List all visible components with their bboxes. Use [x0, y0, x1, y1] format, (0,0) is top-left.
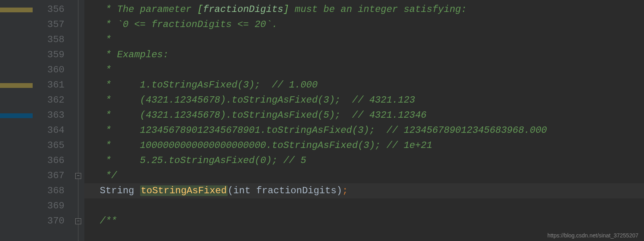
fold-guide-line — [78, 0, 78, 241]
code-line[interactable]: String toStringAsFixed(int fractionDigit… — [84, 183, 644, 198]
code-token: [ — [197, 4, 203, 15]
code-line[interactable]: * 1000000000000000000000.toStringAsFixed… — [84, 138, 644, 153]
code-token: int — [233, 185, 256, 196]
code-token: * 1.toStringAsFixed(3); // 1.000 — [88, 80, 318, 90]
code-line[interactable]: * (4321.12345678).toStringAsFixed(3); //… — [84, 93, 644, 108]
line-number: 366 — [33, 153, 64, 168]
line-number: 367 — [33, 168, 64, 183]
code-token: must be an integer satisfying: — [289, 4, 466, 15]
code-token: * Examples: — [88, 49, 169, 60]
code-token: ; — [342, 185, 348, 196]
line-number: 358 — [33, 32, 64, 47]
code-line[interactable] — [84, 198, 644, 214]
code-token: * The parameter — [88, 4, 197, 15]
line-number: 359 — [33, 47, 64, 62]
code-token: * 123456789012345678901.toStringAsFixed(… — [88, 125, 547, 136]
code-token: * (4321.12345678).toStringAsFixed(3); //… — [88, 95, 415, 105]
code-line[interactable]: * 123456789012345678901.toStringAsFixed(… — [84, 123, 644, 138]
code-token: */ — [88, 170, 117, 181]
line-number: 368 — [33, 183, 64, 198]
code-line[interactable]: * `0 <= fractionDigits <= 20`. — [84, 17, 644, 32]
line-number: 370 — [33, 214, 64, 229]
code-token: ] — [283, 4, 289, 15]
code-line[interactable]: * The parameter [fractionDigits] must be… — [84, 2, 644, 17]
code-token: * 1000000000000000000000.toStringAsFixed… — [88, 140, 432, 151]
code-line[interactable]: * (4321.12345678).toStringAsFixed(5); //… — [84, 108, 644, 123]
line-number: 362 — [33, 93, 64, 108]
code-line[interactable]: * 1.toStringAsFixed(3); // 1.000 — [84, 78, 644, 93]
fold-start-icon[interactable]: − — [75, 218, 81, 224]
code-token: ( — [228, 185, 233, 196]
code-token: * (4321.12345678).toStringAsFixed(5); //… — [88, 110, 427, 120]
code-line[interactable]: * — [84, 32, 644, 47]
code-line[interactable]: * — [84, 62, 644, 78]
code-token: toStringAsFixed — [140, 185, 228, 196]
code-token: fractionDigits — [203, 4, 283, 15]
line-number: 369 — [33, 198, 64, 214]
code-line[interactable]: * Examples: — [84, 47, 644, 62]
fold-strip: −− — [72, 0, 84, 241]
line-number: 365 — [33, 138, 64, 153]
line-number-gutter: 3563573583593603613623633643653663673683… — [33, 0, 72, 241]
code-token: * `0 <= fractionDigits <= 20`. — [88, 19, 277, 30]
code-token: ) — [336, 185, 342, 196]
code-editor[interactable]: 3563573583593603613623633643653663673683… — [0, 0, 644, 241]
line-number: 361 — [33, 78, 64, 93]
change-marker — [0, 113, 33, 118]
code-token: fractionDigits — [256, 185, 337, 196]
change-marker — [0, 8, 33, 12]
code-token: String — [88, 185, 140, 196]
line-number: 356 — [33, 2, 64, 17]
code-line[interactable]: /** — [84, 214, 644, 229]
line-number: 364 — [33, 123, 64, 138]
code-token: * 5.25.toStringAsFixed(0); // 5 — [88, 155, 306, 166]
code-token: * — [88, 34, 111, 45]
watermark-text: https://blog.csdn.net/sinat_37255207 — [547, 232, 638, 239]
code-line[interactable]: * 5.25.toStringAsFixed(0); // 5 — [84, 153, 644, 168]
code-area[interactable]: * The parameter [fractionDigits] must be… — [84, 0, 644, 241]
line-number: 357 — [33, 17, 64, 32]
line-number: 360 — [33, 62, 64, 78]
marker-strip — [0, 0, 33, 241]
code-token: * — [88, 64, 111, 75]
line-number: 363 — [33, 108, 64, 123]
code-line[interactable]: */ — [84, 168, 644, 183]
fold-end-icon[interactable]: − — [75, 173, 81, 179]
change-marker — [0, 83, 33, 88]
code-token: /** — [88, 216, 117, 226]
